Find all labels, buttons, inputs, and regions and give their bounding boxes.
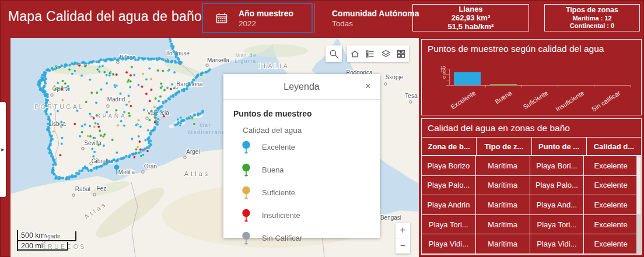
svg-text:Orán: Orán <box>144 163 157 170</box>
legend-item-label: Sin Calificar <box>262 234 302 242</box>
panel-expand-tab[interactable]: ▶ <box>0 102 6 197</box>
column-header: Zona de b... <box>422 138 477 155</box>
legend-layer-title: Puntos de muestreo <box>233 109 380 118</box>
year-selector[interactable]: Año muestreo 2022 <box>202 3 313 33</box>
table-scrollbar[interactable] <box>636 156 641 254</box>
bar-excelente[interactable] <box>454 72 481 85</box>
table-cell: Excelente <box>584 176 638 195</box>
map-canvas[interactable]: ToulouseMarsellaMar deLiguria.ITALIAPodg… <box>10 38 419 257</box>
table-cell: Excelente <box>584 215 638 234</box>
zones-kpi-title: Tipos de zonas <box>566 6 618 15</box>
legend-item: Insuficiente <box>223 204 380 227</box>
svg-text:Mar de: Mar de <box>235 52 257 58</box>
scale-bar: 500 km 200 mi <box>15 223 103 257</box>
year-selector-label: Año muestreo <box>239 8 293 19</box>
expand-arrow-icon: ▶ <box>1 147 4 152</box>
svg-text:Atlas: Atlas <box>184 170 210 177</box>
svg-text:Tesalónica: Tesalónica <box>405 93 419 99</box>
svg-text:Madrid: Madrid <box>107 96 125 103</box>
table-cell: Marítima <box>476 195 530 214</box>
table-row[interactable]: Playa Tori...MarítimaPlaya Tori...Excele… <box>422 215 638 235</box>
zoom-control: + − <box>396 223 410 254</box>
table-cell: Playa Vidi... <box>422 234 476 254</box>
table-cell: Playa Bori... <box>530 156 584 175</box>
water-quality-pin-icon <box>242 163 251 177</box>
table-cell: Marítima <box>476 234 530 254</box>
svg-text:ITALIA: ITALIA <box>259 62 289 69</box>
column-header: Tipo de z... <box>477 138 531 155</box>
table-row[interactable]: Playa AndrinMarítimaPlaya And...Excelent… <box>422 195 638 215</box>
legend-item-label: Suficiente <box>262 188 295 197</box>
table-row[interactable]: Playa Vidi...MarítimaPlaya Vidi...Excele… <box>422 234 638 254</box>
home-icon[interactable] <box>350 49 360 59</box>
close-icon[interactable]: × <box>365 80 371 92</box>
water-quality-pin-icon <box>242 209 251 223</box>
water-quality-pin-icon <box>242 140 251 154</box>
table-cell: Playa Vidi... <box>530 234 584 254</box>
table-cell: Playa Palo... <box>422 176 476 195</box>
svg-text:Liguria.: Liguria. <box>235 58 259 64</box>
legend-list-icon[interactable] <box>365 49 375 59</box>
bar-buena[interactable] <box>490 84 517 85</box>
table-cell: Excelente <box>584 156 638 175</box>
area-kpi-title: Llanes <box>459 5 482 13</box>
table-cell: Marítima <box>476 215 530 234</box>
svg-text:Argel: Argel <box>186 149 200 155</box>
svg-text:Marsella: Marsella <box>207 57 229 64</box>
table-body: Playa BorizoMarítimaPlaya Bori...Excelen… <box>422 156 641 254</box>
legend-item-label: Insuficiente <box>262 211 300 220</box>
svg-text:Mar: Mar <box>200 122 211 128</box>
table-cell: Marítima <box>476 156 530 175</box>
svg-text:Melilla: Melilla <box>118 169 135 175</box>
x-category-label: Sin calificar <box>579 89 622 121</box>
legend-item: Excelente <box>223 136 380 159</box>
header-bar: Mapa Calidad del agua de baño Año muestr… <box>0 0 644 36</box>
zones-kpi: Tipos de zonas Marítima : 12 Continental… <box>544 4 640 31</box>
zones-kpi-continental: Continental : 0 <box>570 22 614 30</box>
dashboard: Mapa Calidad del agua de baño Año muestr… <box>0 0 644 257</box>
year-selector-value: 2022 <box>239 19 293 29</box>
table-cell: Playa And... <box>530 195 584 214</box>
table-panel: Calidad del agua en zonas de baño Zona d… <box>421 118 642 255</box>
water-quality-pin-icon <box>242 231 251 245</box>
table-cell: Excelente <box>584 234 638 254</box>
region-selector-value: Todas <box>332 19 419 29</box>
bar-chart: 051015ExcelenteBuenaSuficienteInsuficien… <box>422 40 641 115</box>
legend-item-label: Buena <box>262 166 284 174</box>
legend-group-title: Calidad del agua <box>243 126 380 135</box>
legend-item-label: Excelente <box>262 143 295 152</box>
table-cell: Marítima <box>476 176 530 195</box>
table-cell: Playa Tori... <box>422 215 476 234</box>
legend-item: Suficiente <box>223 181 380 204</box>
calendar-icon <box>215 11 229 25</box>
legend-item: Sin Calificar <box>223 227 380 249</box>
map-toolbar <box>347 45 409 62</box>
zones-kpi-maritime: Marítima : 12 <box>572 15 611 22</box>
svg-text:Skopje: Skopje <box>386 74 404 80</box>
water-quality-pin-icon <box>242 186 251 200</box>
legend-header: Leyenda × <box>223 74 380 100</box>
scrollbar-thumb[interactable] <box>637 157 640 214</box>
scale-km-label: 500 km <box>21 231 45 240</box>
table-header-row: Zona de b...Tipo de z...Punto de ...Cali… <box>422 138 641 156</box>
area-kpi: Llanes 262,93 km² 51,5 hab/km² <box>412 4 529 31</box>
scale-mi-label: 200 mi <box>21 242 43 250</box>
legend-item: Buena <box>223 159 380 181</box>
table-row[interactable]: Playa BorizoMarítimaPlaya Bori...Excelen… <box>422 156 638 176</box>
table-row[interactable]: Playa Palo...MarítimaPlaya Palo...Excele… <box>422 176 638 196</box>
layers-icon[interactable] <box>381 49 391 59</box>
column-header: Calidad d... <box>587 138 641 155</box>
basemap-icon[interactable] <box>396 49 406 59</box>
zoom-out-button[interactable]: − <box>396 238 410 254</box>
page-title: Mapa Calidad del agua de baño <box>8 9 202 24</box>
svg-text:Toulouse: Toulouse <box>166 50 190 57</box>
zoom-in-button[interactable]: + <box>396 223 410 238</box>
table-title: Calidad del agua en zonas de baño <box>422 119 641 138</box>
table-cell: Playa Andrin <box>422 195 476 214</box>
legend-items: ExcelenteBuenaSuficienteInsuficienteSin … <box>223 136 380 249</box>
region-selector[interactable]: Comunidad Autónoma Todas <box>314 3 419 33</box>
column-header: Punto de ... <box>532 138 587 155</box>
svg-text:Rabat: Rabat <box>75 186 91 192</box>
y-tick-label: 15 <box>438 65 446 70</box>
map-search-button[interactable] <box>326 45 342 62</box>
